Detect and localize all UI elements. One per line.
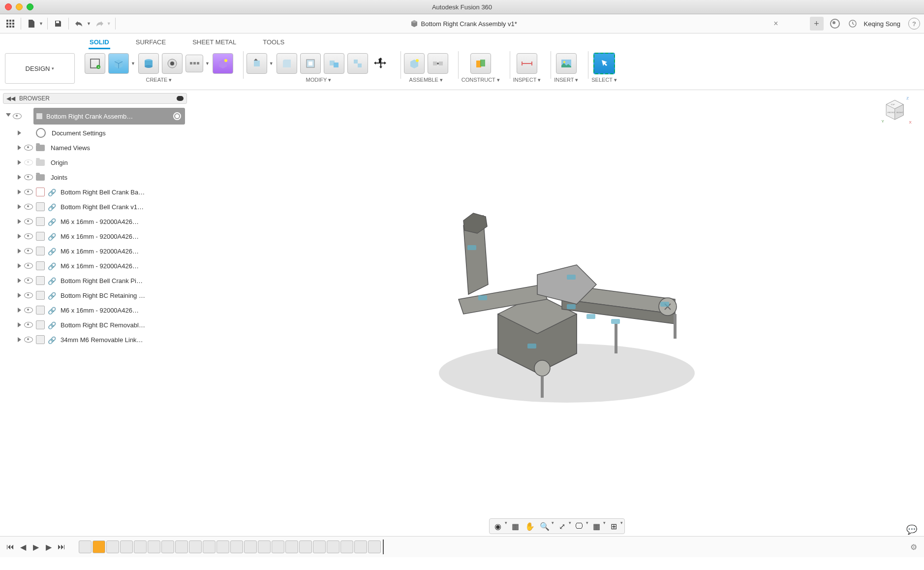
timeline-feature[interactable] (230, 540, 243, 553)
timeline-feature[interactable] (175, 540, 188, 553)
minimize-window-button[interactable] (16, 3, 23, 10)
visibility-icon[interactable] (24, 219, 33, 224)
pattern-button[interactable] (185, 55, 203, 72)
visibility-icon[interactable] (24, 307, 33, 313)
visibility-icon[interactable] (24, 263, 33, 269)
timeline-feature[interactable] (216, 540, 229, 553)
timeline-feature[interactable] (161, 540, 174, 553)
viewport-canvas[interactable]: Z TOP FRONT RIGHT Y X ◉▾ ▦ ✋ 🔍▾ ⤢▾ 🖵▾ ▦▾… (190, 90, 924, 536)
expand-icon[interactable] (18, 278, 21, 283)
user-name[interactable]: Keqing Song (864, 20, 900, 28)
browser-header[interactable]: ◀◀ BROWSER (3, 93, 187, 104)
browser-item[interactable]: 🔗34mm M6 Removable Link… (3, 332, 190, 347)
timeline-feature[interactable] (79, 540, 92, 553)
timeline-marker[interactable] (383, 539, 384, 554)
browser-item[interactable]: 🔗M6 x 16mm - 92000A426… (3, 244, 190, 258)
document-tab[interactable]: Bottom Right Crank Assembly v1* (406, 18, 521, 30)
fit-icon[interactable]: ⤢ (555, 520, 569, 532)
ribbon-tab-tools[interactable]: TOOLS (262, 36, 285, 49)
browser-item[interactable]: 🔗Bottom Right BC Removabl… (3, 317, 190, 332)
visibility-icon[interactable] (24, 233, 33, 239)
display-icon[interactable]: 🖵 (572, 520, 586, 532)
workspace-switcher[interactable]: DESIGN ▾ (5, 53, 75, 84)
visibility-icon[interactable] (24, 204, 33, 210)
expand-icon[interactable] (18, 219, 21, 224)
timeline-feature[interactable] (244, 540, 257, 553)
expand-icon[interactable] (18, 337, 21, 342)
timeline-feature[interactable] (189, 540, 202, 553)
timeline-feature[interactable] (340, 540, 353, 553)
grid-icon[interactable]: ▦ (589, 520, 603, 532)
timeline-start-icon[interactable]: ⏮ (5, 541, 16, 552)
timeline-feature[interactable] (134, 540, 147, 553)
timeline-feature[interactable] (258, 540, 271, 553)
expand-icon[interactable] (18, 160, 21, 165)
timeline-feature[interactable] (299, 540, 312, 553)
timeline-feature[interactable] (285, 540, 298, 553)
timeline-feature[interactable] (327, 540, 339, 553)
browser-item[interactable]: 🔗M6 x 16mm - 92000A426… (3, 258, 190, 273)
timeline-play-icon[interactable]: ▶ (31, 541, 41, 552)
browser-item[interactable]: 🔗M6 x 16mm - 92000A426… (3, 303, 190, 317)
viewcube[interactable]: Z TOP FRONT RIGHT Y X (880, 95, 914, 129)
ribbon-tab-sheetmetal[interactable]: SHEET METAL (191, 36, 237, 49)
cylinder-button[interactable] (138, 53, 159, 74)
measure-button[interactable] (517, 53, 537, 74)
hole-button[interactable] (162, 53, 183, 74)
undo-icon[interactable] (73, 17, 86, 30)
timeline-feature[interactable] (313, 540, 326, 553)
timeline-next-icon[interactable]: ▶ (43, 541, 54, 552)
browser-item[interactable]: 🔗Bottom Right Bell Crank Pi… (3, 273, 190, 288)
visibility-icon[interactable] (24, 278, 33, 284)
browser-item[interactable]: 🔗Bottom Right Bell Crank v1… (3, 199, 190, 214)
activate-radio[interactable] (173, 112, 181, 120)
visibility-icon[interactable] (24, 322, 33, 328)
expand-icon[interactable] (18, 322, 21, 327)
pan-icon[interactable]: ✋ (523, 520, 537, 532)
timeline-feature[interactable] (203, 540, 216, 553)
help-icon[interactable]: ? (908, 18, 920, 30)
zoom-window-button[interactable] (27, 3, 33, 10)
form-button[interactable] (213, 53, 233, 74)
visibility-icon[interactable] (24, 145, 33, 151)
orbit-icon[interactable]: ◉ (491, 520, 505, 532)
visibility-icon[interactable] (24, 337, 33, 343)
insert-button[interactable] (556, 53, 577, 74)
new-component-button[interactable] (404, 53, 425, 74)
tab-close-icon[interactable]: × (773, 19, 778, 28)
expand-icon[interactable] (18, 249, 21, 253)
visibility-icon[interactable] (24, 248, 33, 254)
browser-settings-icon[interactable] (177, 96, 184, 101)
shell-button[interactable] (300, 53, 321, 74)
expand-icon[interactable] (18, 175, 21, 180)
timeline-feature[interactable] (368, 540, 381, 553)
visibility-icon[interactable] (24, 292, 33, 298)
visibility-icon[interactable] (24, 159, 33, 165)
expand-icon[interactable] (18, 308, 21, 313)
job-status-icon[interactable] (846, 17, 859, 30)
expand-icon[interactable] (18, 263, 21, 268)
expand-icon[interactable] (18, 204, 21, 209)
timeline-prev-icon[interactable]: ◀ (18, 541, 29, 552)
ribbon-tab-surface[interactable]: SURFACE (135, 36, 167, 49)
browser-root-node[interactable]: Bottom Right Crank Assemb… (33, 108, 185, 125)
joint-button[interactable] (428, 53, 448, 74)
data-panel-icon[interactable] (4, 17, 17, 30)
save-icon[interactable] (52, 17, 64, 30)
browser-item[interactable]: 🔗Bottom Right BC Retaining … (3, 288, 190, 303)
browser-item[interactable]: Named Views (3, 140, 190, 155)
browser-item[interactable]: 🔗Bottom Right Bell Crank Ba… (3, 185, 190, 199)
select-button[interactable] (593, 53, 615, 74)
fillet-button[interactable] (277, 53, 297, 74)
align-button[interactable] (347, 53, 368, 74)
zoom-icon[interactable]: 🔍 (538, 520, 552, 532)
press-pull-button[interactable] (246, 53, 267, 74)
timeline-feature[interactable] (354, 540, 367, 553)
expand-icon[interactable] (18, 293, 21, 298)
browser-item[interactable]: Document Settings (3, 126, 190, 140)
look-at-icon[interactable]: ▦ (508, 520, 522, 532)
extensions-icon[interactable] (829, 17, 841, 30)
redo-icon[interactable] (93, 17, 106, 30)
new-tab-button[interactable]: + (810, 17, 824, 31)
expand-icon[interactable] (18, 130, 21, 135)
